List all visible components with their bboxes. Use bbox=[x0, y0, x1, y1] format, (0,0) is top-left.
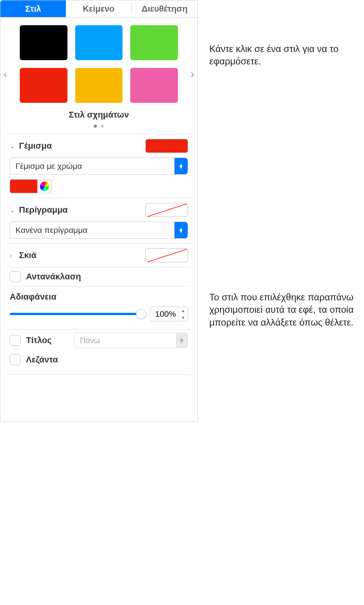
reflection-checkbox[interactable] bbox=[10, 271, 21, 282]
fill-type-value: Γέμισμα με χρώμα bbox=[10, 161, 174, 171]
tabs: Στιλ Κείμενο Διευθέτηση bbox=[0, 0, 197, 17]
color-picker-button[interactable] bbox=[38, 179, 52, 193]
chevron-down-icon[interactable]: ⌄ bbox=[10, 206, 17, 214]
opacity-stepper[interactable]: 100% ▲ ▼ bbox=[150, 307, 188, 321]
popup-arrows-icon: ▲▼ bbox=[174, 222, 188, 238]
fill-color-well[interactable] bbox=[145, 139, 188, 153]
dot-1[interactable] bbox=[94, 125, 97, 128]
spacer bbox=[0, 375, 197, 421]
shadow-label: Σκιά bbox=[19, 250, 36, 260]
chevron-left-icon[interactable]: ‹ bbox=[3, 68, 7, 80]
style-swatch-blue[interactable] bbox=[75, 25, 123, 60]
fill-type-popup[interactable]: Γέμισμα με χρώμα ▲▼ bbox=[10, 158, 188, 175]
title-checkbox[interactable] bbox=[10, 335, 21, 346]
tab-arrange[interactable]: Διευθέτηση bbox=[132, 0, 197, 17]
border-label: Περίγραμμα bbox=[19, 205, 68, 215]
title-position-value: Πάνω bbox=[74, 336, 176, 345]
popup-arrows-icon: ▲▼ bbox=[174, 158, 188, 174]
shadow-well[interactable] bbox=[145, 248, 188, 262]
caption-row: Λεζάντα bbox=[0, 351, 197, 368]
style-swatch-pink[interactable] bbox=[130, 68, 178, 103]
format-panel: Στιλ Κείμενο Διευθέτηση ‹ › Στιλ σχημάτω… bbox=[0, 0, 198, 422]
stepper-up-icon[interactable]: ▲ bbox=[179, 307, 188, 314]
title-label: Τίτλος bbox=[26, 335, 69, 345]
styles-grid bbox=[4, 25, 193, 103]
style-swatch-orange[interactable] bbox=[75, 68, 123, 103]
fill-color-swatch[interactable] bbox=[10, 179, 38, 193]
tab-text[interactable]: Κείμενο bbox=[66, 0, 131, 17]
reflection-row: Αντανάκλαση bbox=[0, 267, 197, 286]
caption-checkbox[interactable] bbox=[10, 354, 21, 365]
chevron-right-icon[interactable]: › bbox=[10, 252, 17, 259]
opacity-section: Αδιαφάνεια 100% ▲ ▼ bbox=[0, 286, 197, 329]
popup-arrows-icon: ▲▼ bbox=[176, 333, 188, 348]
shape-styles-label: Στιλ σχημάτων bbox=[4, 110, 193, 120]
callouts: Κάντε κλικ σε ένα στιλ για να το εφαρμόσ… bbox=[198, 0, 364, 422]
color-wheel-icon bbox=[40, 182, 49, 191]
fill-color-strip bbox=[10, 179, 188, 193]
chevron-right-icon[interactable]: › bbox=[191, 68, 194, 80]
opacity-value: 100% bbox=[150, 309, 178, 319]
style-swatch-black[interactable] bbox=[20, 25, 67, 60]
page-dots bbox=[4, 122, 193, 129]
title-row: Τίτλος Πάνω ▲▼ bbox=[0, 329, 197, 351]
callout-effects: Το στιλ που επιλέχθηκε παραπάνω χρησιμοπ… bbox=[209, 291, 364, 329]
opacity-slider[interactable] bbox=[10, 310, 145, 318]
tab-style[interactable]: Στιλ bbox=[0, 0, 66, 17]
callout-apply-style: Κάντε κλικ σε ένα στιλ για να το εφαρμόσ… bbox=[209, 43, 364, 68]
border-type-value: Κανένα περίγραμμα bbox=[10, 225, 174, 235]
opacity-label: Αδιαφάνεια bbox=[10, 292, 188, 302]
shadow-section: › Σκιά bbox=[0, 244, 197, 267]
chevron-down-icon[interactable]: ⌄ bbox=[10, 142, 17, 150]
border-type-popup[interactable]: Κανένα περίγραμμα ▲▼ bbox=[10, 222, 188, 239]
title-position-popup[interactable]: Πάνω ▲▼ bbox=[74, 333, 188, 348]
stepper-arrows: ▲ ▼ bbox=[178, 307, 188, 321]
slider-thumb[interactable] bbox=[136, 309, 146, 319]
shape-styles-section: ‹ › Στιλ σχημάτων bbox=[0, 17, 197, 129]
style-swatch-green[interactable] bbox=[130, 25, 178, 60]
caption-label: Λεζάντα bbox=[26, 355, 58, 365]
reflection-label: Αντανάκλαση bbox=[26, 272, 81, 282]
fill-section: ⌄ Γέμισμα Γέμισμα με χρώμα ▲▼ bbox=[0, 134, 197, 198]
border-section: ⌄ Περίγραμμα Κανένα περίγραμμα ▲▼ bbox=[0, 198, 197, 243]
dot-2[interactable] bbox=[101, 125, 104, 128]
style-swatch-red[interactable] bbox=[20, 68, 67, 103]
fill-label: Γέμισμα bbox=[19, 141, 52, 151]
border-color-well[interactable] bbox=[145, 203, 188, 217]
slider-track bbox=[10, 313, 145, 315]
stepper-down-icon[interactable]: ▼ bbox=[179, 314, 188, 321]
